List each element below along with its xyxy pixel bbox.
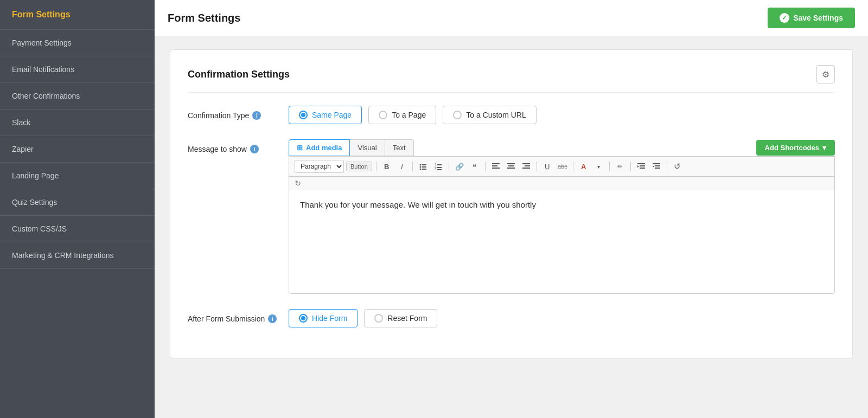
paragraph-select[interactable]: Paragraph [295,160,344,173]
format-bar: Paragraph Button B I 1.2.3. [289,157,834,177]
link-icon[interactable]: 🔗 [453,160,466,173]
radio-dot-hide-form [299,314,308,323]
outdent-icon[interactable] [650,160,663,173]
editor-box: Paragraph Button B I 1.2.3. [289,156,835,294]
format-separator-6 [573,162,573,171]
confirmation-option-to-a-page[interactable]: To a Page [368,106,436,124]
button-label-badge[interactable]: Button [346,162,372,171]
align-left-icon[interactable] [489,160,502,173]
add-media-button[interactable]: ⊞ Add media [289,139,350,156]
text-color-icon[interactable]: A [577,160,590,173]
editor-undo-bar: ↺ [289,177,834,190]
svg-marker-24 [637,165,639,168]
svg-point-4 [419,169,421,170]
after-form-submission-row: After Form Submission i Hide Form Reset … [188,309,835,327]
svg-rect-15 [507,163,515,164]
indent-icon[interactable] [635,160,648,173]
svg-point-2 [419,166,421,168]
svg-rect-7 [437,164,442,165]
sidebar-item-zapier[interactable]: Zapier [0,136,155,163]
ordered-list-icon[interactable]: 1.2.3. [432,160,445,173]
redo-icon[interactable]: ↺ [295,179,301,188]
chevron-color-icon[interactable]: ▾ [592,160,605,173]
gear-button[interactable]: ⚙ [816,65,835,83]
format-separator-5 [537,162,537,171]
svg-point-0 [419,164,421,166]
save-settings-button[interactable]: Save Settings [768,8,855,28]
svg-marker-28 [653,165,654,168]
undo-icon[interactable]: ↺ [671,160,684,173]
sidebar: Form Settings Payment Settings Email Not… [0,0,155,418]
bullet-list-icon[interactable] [417,160,430,173]
sidebar-item-email-notifications[interactable]: Email Notifications [0,56,155,83]
format-separator-9 [667,162,667,171]
svg-rect-3 [422,166,426,168]
after-form-option-reset[interactable]: Reset Form [364,309,437,327]
sidebar-item-slack[interactable]: Slack [0,110,155,136]
content-area: Confirmation Settings ⚙ Confirmation Typ… [155,36,868,418]
svg-rect-25 [653,163,660,164]
radio-dot-same-page [299,111,308,119]
after-form-option-hide[interactable]: Hide Form [289,309,358,327]
align-right-icon[interactable] [520,160,533,173]
after-form-options: Hide Form Reset Form [289,309,437,327]
sidebar-title: Form Settings [0,0,155,30]
confirmation-type-info-icon[interactable]: i [252,111,261,120]
svg-rect-23 [640,168,645,169]
after-form-label: After Form Submission i [188,309,280,323]
message-info-icon[interactable]: i [250,145,259,153]
svg-rect-11 [437,169,442,170]
page-title: Form Settings [168,12,240,24]
sidebar-item-quiz-settings[interactable]: Quiz Settings [0,189,155,216]
editor-top-toolbar: ⊞ Add media Visual Text Add Shortcodes ▾ [289,139,835,156]
svg-rect-9 [437,167,442,168]
svg-rect-19 [525,165,530,166]
confirmation-option-to-a-custom-url[interactable]: To a Custom URL [443,106,536,124]
svg-rect-18 [522,163,530,164]
sidebar-item-other-confirmations[interactable]: Other Confirmations [0,83,155,110]
text-tab-button[interactable]: Text [385,139,414,156]
svg-rect-14 [492,168,500,169]
after-form-info-icon[interactable]: i [268,314,277,323]
align-center-icon[interactable] [505,160,518,173]
message-to-show-label: Message to show i [188,139,280,153]
format-separator-7 [609,162,610,171]
svg-rect-27 [655,168,660,169]
topbar: Form Settings Save Settings [155,0,868,36]
add-media-icon: ⊞ [297,144,303,152]
blockquote-icon[interactable]: ❝ [468,160,481,173]
svg-rect-5 [422,169,426,170]
sidebar-item-payment-settings[interactable]: Payment Settings [0,30,155,56]
svg-rect-12 [492,163,500,164]
svg-rect-21 [637,163,645,164]
italic-icon[interactable]: I [395,160,409,173]
sidebar-item-landing-page[interactable]: Landing Page [0,163,155,189]
confirmation-option-same-page[interactable]: Same Page [289,106,362,124]
main-content: Form Settings Save Settings Confirmation… [155,0,868,418]
sidebar-item-custom-css-js[interactable]: Custom CSS/JS [0,216,155,242]
underline-icon[interactable]: U [541,160,554,173]
strikethrough-icon[interactable]: abc [556,160,569,173]
confirmation-type-options: Same Page To a Page To a Custom URL [289,106,537,124]
format-separator-1 [376,162,376,171]
format-separator-8 [630,162,631,171]
svg-rect-1 [422,164,426,165]
format-separator-3 [449,162,449,171]
svg-rect-16 [508,165,514,166]
add-shortcodes-button[interactable]: Add Shortcodes ▾ [756,140,835,156]
format-separator-4 [485,162,486,171]
gear-icon: ⚙ [822,69,829,80]
svg-rect-13 [492,165,497,166]
sidebar-item-marketing-crm[interactable]: Marketing & CRM Integrations [0,242,155,269]
svg-rect-20 [522,168,530,169]
svg-text:3.: 3. [435,168,437,170]
shortcodes-chevron-icon: ▾ [822,144,826,152]
visual-tab-button[interactable]: Visual [350,139,385,156]
eraser-icon[interactable]: ✏ [614,160,627,173]
save-checkmark-icon [780,13,789,23]
bold-icon[interactable]: B [380,160,393,173]
editor-content-area[interactable]: Thank you for your message. We will get … [289,190,834,293]
svg-rect-17 [507,168,515,169]
editor-wrapper: ⊞ Add media Visual Text Add Shortcodes ▾ [289,139,835,294]
radio-dot-reset-form [374,314,383,323]
